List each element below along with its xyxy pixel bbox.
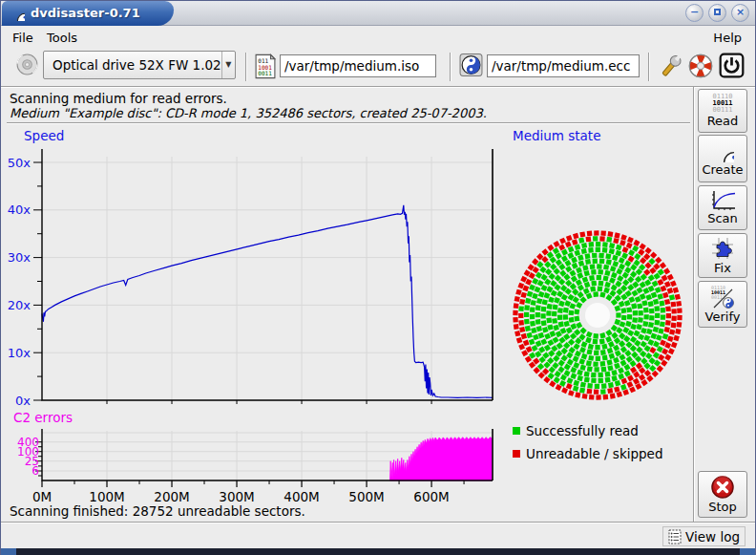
status-bar: View log: [1, 523, 755, 549]
quit-power-icon[interactable]: [719, 53, 745, 78]
drive-select[interactable]: Optical drive 52X FW 1.02 ▼: [43, 51, 236, 79]
svg-text:400M: 400M: [284, 489, 319, 504]
separator: [1, 86, 756, 88]
app-yinyang-icon: [9, 5, 25, 21]
stop-icon: [710, 475, 735, 500]
ecc-path-input[interactable]: [487, 54, 640, 77]
minimize-button[interactable]: −: [685, 4, 704, 22]
svg-text:400: 400: [17, 436, 39, 449]
preferences-wrench-icon[interactable]: [658, 52, 684, 80]
create-button[interactable]: Create: [698, 135, 747, 182]
menu-tools[interactable]: Tools: [41, 29, 83, 47]
svg-text:300M: 300M: [219, 489, 254, 504]
view-log-label: View log: [685, 529, 740, 544]
toolbar: Optical drive 52X FW 1.02 ▼ 011 1001 001…: [1, 47, 755, 86]
read-button-label: Read: [707, 114, 739, 128]
legend-good-swatch: [513, 427, 520, 435]
stop-button[interactable]: Stop: [698, 471, 747, 518]
help-lifebuoy-icon[interactable]: [687, 53, 714, 79]
legend-good-label: Successfully read: [526, 423, 639, 438]
scan-chart-icon: [709, 190, 736, 211]
svg-text:100M: 100M: [89, 489, 124, 504]
svg-text:6: 6: [32, 464, 39, 478]
view-log-button[interactable]: View log: [662, 526, 746, 546]
menu-help[interactable]: Help: [707, 29, 747, 47]
maximize-button[interactable]: [708, 4, 726, 22]
ecc-file-icon: [459, 53, 483, 77]
drive-select-value: Optical drive 52X FW 1.02: [44, 57, 221, 73]
verify-button-label: Verify: [705, 310, 741, 324]
legend-unreadable: Unreadable / skipped: [513, 446, 662, 461]
verify-button[interactable]: 01110 10011 00111 Verify: [698, 281, 747, 328]
medium-info-text: Medium "Example disc": CD-R mode 1, 3524…: [10, 106, 487, 120]
toolbar-separator: [648, 53, 650, 81]
scan-status-text: Scanning medium for read errors.: [10, 91, 227, 106]
svg-text:0M: 0M: [32, 489, 52, 504]
fix-puzzle-icon: [710, 236, 735, 261]
legend-bad-label: Unreadable / skipped: [526, 446, 662, 461]
read-button[interactable]: 01110 10011 00111 Read: [698, 89, 747, 133]
window-title: dvdisaster-0.71: [31, 6, 140, 20]
svg-text:00111: 00111: [711, 294, 725, 300]
create-yinyang-icon: [712, 140, 734, 162]
chevron-down-icon: ▼: [221, 52, 235, 78]
scan-button[interactable]: Scan: [698, 185, 747, 230]
svg-text:0x: 0x: [15, 394, 31, 408]
legend-successfully-read: Successfully read: [513, 423, 639, 438]
svg-text:0011: 0011: [258, 70, 272, 76]
svg-text:600M: 600M: [413, 489, 449, 504]
fix-button-label: Fix: [714, 261, 731, 275]
svg-text:100: 100: [17, 445, 39, 459]
close-button[interactable]: ×: [731, 4, 749, 22]
toolbar-separator: [245, 53, 247, 81]
title-bar[interactable]: dvdisaster-0.71 − ×: [1, 1, 755, 26]
iso-file-icon: 011 1001 0011: [255, 53, 276, 79]
create-button-label: Create: [702, 162, 743, 177]
verify-compare-icon: 01110 10011 00111: [710, 285, 735, 310]
svg-text:40x: 40x: [8, 203, 32, 217]
scan-button-label: Scan: [707, 211, 738, 225]
svg-text:30x: 30x: [8, 250, 32, 265]
c2-errors-title: C2 errors: [13, 410, 73, 425]
scan-result-text: Scanning finished: 28752 unreadable sect…: [10, 503, 305, 519]
toolbar-separator: [450, 53, 452, 81]
svg-text:10x: 10x: [8, 346, 32, 360]
optical-drive-icon: [15, 53, 39, 76]
svg-text:200M: 200M: [154, 489, 189, 504]
window-bottom-frame: [1, 548, 755, 555]
svg-text:50x: 50x: [8, 156, 32, 170]
svg-text:25: 25: [25, 455, 39, 468]
separator: [7, 122, 690, 124]
stop-button-label: Stop: [708, 500, 737, 514]
fix-button[interactable]: Fix: [698, 233, 747, 278]
svg-text:20x: 20x: [8, 298, 32, 312]
medium-state-title: Medium state: [513, 128, 600, 143]
app-window: dvdisaster-0.71 − × File Tools Help Opti…: [0, 0, 756, 555]
svg-text:500M: 500M: [348, 489, 384, 504]
iso-path-input[interactable]: [280, 54, 436, 77]
speed-chart-title: Speed: [24, 128, 64, 143]
read-binary-icon: 01110 10011 00111: [712, 94, 732, 114]
menu-file[interactable]: File: [7, 29, 39, 47]
legend-bad-swatch: [513, 450, 520, 458]
log-list-icon: [668, 529, 682, 544]
menu-bar: File Tools Help: [1, 27, 755, 47]
separator: [693, 87, 695, 523]
